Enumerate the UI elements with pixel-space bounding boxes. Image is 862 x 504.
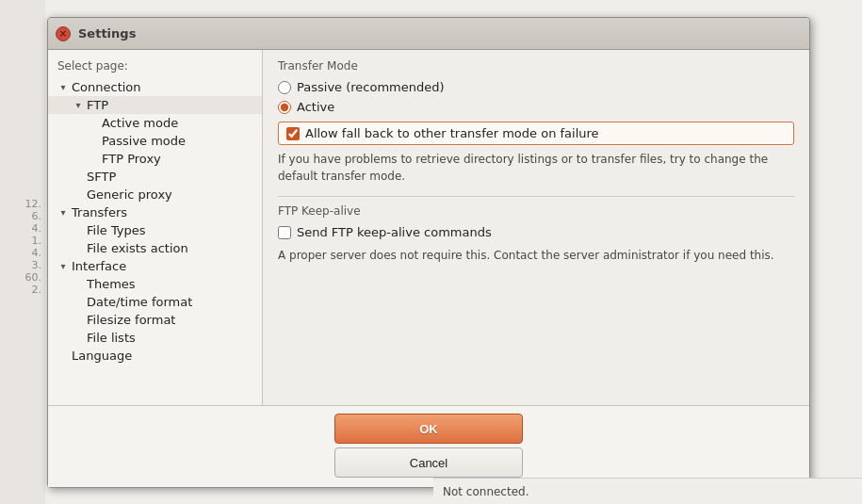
label-ftp-proxy: FTP Proxy: [102, 152, 161, 166]
active-radio-row: Active: [278, 100, 794, 114]
sidebar-item-datetime-format[interactable]: Date/time format: [48, 293, 262, 311]
label-file-exists-action: File exists action: [87, 241, 188, 255]
settings-dialog: × Settings Select page: ▾ Connection ▾ F…: [47, 17, 810, 488]
right-panel: Transfer Mode Passive (recommended) Acti…: [263, 50, 809, 405]
sidebar-item-interface[interactable]: ▾ Interface: [48, 257, 262, 275]
label-language: Language: [72, 349, 132, 363]
fallback-checkbox-row: Allow fall back to other transfer mode o…: [278, 122, 794, 145]
passive-radio-row: Passive (recommended): [278, 80, 794, 94]
label-filesize-format: Filesize format: [87, 313, 175, 327]
sidebar-item-active-mode[interactable]: Active mode: [48, 114, 262, 132]
close-button[interactable]: ×: [56, 26, 71, 41]
sidebar-item-file-lists[interactable]: File lists: [48, 329, 262, 347]
sidebar-item-file-exists-action[interactable]: File exists action: [48, 239, 262, 257]
sidebar-item-ftp-proxy[interactable]: FTP Proxy: [48, 150, 262, 168]
ok-button[interactable]: OK: [334, 414, 523, 444]
sidebar-item-generic-proxy[interactable]: Generic proxy: [48, 186, 262, 203]
dialog-title: Settings: [78, 26, 136, 41]
sidebar-item-filesize-format[interactable]: Filesize format: [48, 311, 262, 329]
keepalive-checkbox[interactable]: [278, 226, 291, 239]
left-panel: Select page: ▾ Connection ▾ FTP Active m…: [48, 50, 263, 405]
label-generic-proxy: Generic proxy: [87, 187, 172, 202]
label-themes: Themes: [87, 277, 136, 291]
label-ftp: FTP: [87, 98, 108, 112]
sidebar-item-themes[interactable]: Themes: [48, 275, 262, 293]
sidebar-item-connection[interactable]: ▾ Connection: [48, 78, 262, 96]
label-active-mode: Active mode: [102, 116, 178, 130]
sidebar-item-file-types[interactable]: File Types: [48, 221, 262, 239]
button-row: OK Cancel: [48, 405, 809, 487]
dialog-body: Select page: ▾ Connection ▾ FTP Active m…: [48, 50, 809, 487]
passive-radio-label[interactable]: Passive (recommended): [297, 80, 445, 94]
status-text: Not connected.: [443, 485, 529, 498]
arrow-interface: ▾: [57, 261, 69, 271]
keepalive-info-text: A proper server does not require this. C…: [278, 247, 794, 264]
active-radio-label[interactable]: Active: [297, 100, 334, 114]
label-sftp: SFTP: [87, 170, 116, 184]
label-interface: Interface: [72, 259, 126, 273]
fallback-checkbox-label[interactable]: Allow fall back to other transfer mode o…: [305, 126, 599, 140]
label-connection: Connection: [72, 80, 141, 94]
arrow-connection: ▾: [57, 82, 69, 92]
divider: [278, 196, 794, 197]
bg-numbers: 12. 6. 4. 1. 4. 3. 60. 2.: [0, 0, 45, 296]
arrow-ftp: ▾: [73, 100, 84, 110]
titlebar: × Settings: [48, 18, 809, 50]
passive-radio[interactable]: [278, 81, 291, 94]
sidebar-item-sftp[interactable]: SFTP: [48, 168, 262, 186]
dialog-content: Select page: ▾ Connection ▾ FTP Active m…: [48, 50, 809, 405]
label-passive-mode: Passive mode: [102, 134, 186, 148]
arrow-transfers: ▾: [57, 207, 69, 218]
label-datetime-format: Date/time format: [87, 295, 192, 309]
sidebar-item-passive-mode[interactable]: Passive mode: [48, 132, 262, 150]
label-transfers: Transfers: [72, 205, 127, 219]
keepalive-checkbox-label[interactable]: Send FTP keep-alive commands: [297, 225, 492, 239]
fallback-checkbox[interactable]: [286, 127, 300, 140]
active-radio[interactable]: [278, 101, 291, 114]
label-file-lists: File lists: [87, 331, 136, 345]
sidebar-item-ftp[interactable]: ▾ FTP: [48, 96, 262, 114]
transfer-mode-section-label: Transfer Mode: [278, 59, 794, 73]
sidebar-item-language[interactable]: Language: [48, 347, 262, 365]
ftp-keepalive-section-label: FTP Keep-alive: [278, 204, 794, 218]
cancel-button[interactable]: Cancel: [334, 447, 523, 478]
status-bar: Not connected.: [433, 478, 862, 504]
fallback-info-text: If you have problems to retrieve directo…: [278, 151, 794, 185]
select-page-label: Select page:: [48, 57, 262, 78]
sidebar-item-transfers[interactable]: ▾ Transfers: [48, 203, 262, 221]
label-file-types: File Types: [87, 223, 146, 237]
keepalive-checkbox-row: Send FTP keep-alive commands: [278, 225, 794, 239]
